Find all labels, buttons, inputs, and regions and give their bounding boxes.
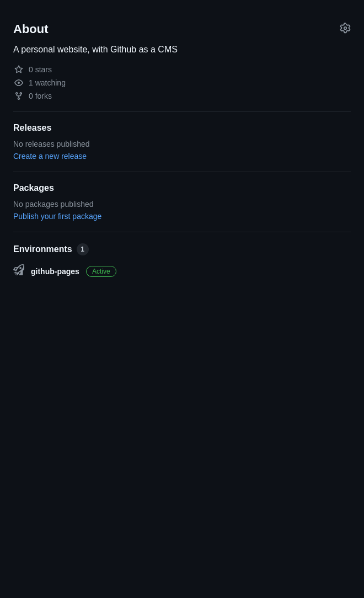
- releases-title: Releases: [13, 123, 351, 133]
- gear-icon[interactable]: [340, 23, 351, 36]
- environment-item-github-pages[interactable]: github-pages Active: [13, 264, 351, 278]
- forks-count: 0 forks: [29, 92, 52, 100]
- eye-icon: [13, 78, 24, 87]
- packages-section: Packages No packages published Publish y…: [13, 172, 351, 232]
- star-icon: [13, 65, 24, 74]
- environments-section: Environments 1 github-pages Active: [13, 232, 351, 289]
- publish-package-link[interactable]: Publish your first package: [13, 212, 101, 221]
- environment-name: github-pages: [31, 267, 79, 276]
- packages-title: Packages: [13, 183, 351, 193]
- no-releases-text: No releases published: [13, 140, 351, 148]
- environments-count-badge: 1: [77, 243, 89, 255]
- about-description: A personal website, with Github as a CMS: [13, 43, 351, 56]
- environments-header: Environments 1: [13, 243, 351, 255]
- environments-title: Environments: [13, 244, 72, 254]
- no-packages-text: No packages published: [13, 200, 351, 209]
- stars-count: 0 stars: [29, 65, 52, 74]
- about-title: About: [13, 22, 49, 36]
- stats-list: 0 stars 1 watching 0 forks: [13, 65, 351, 100]
- about-section: About A personal website, with Github as…: [13, 11, 351, 111]
- stars-stat: 0 stars: [13, 65, 351, 74]
- releases-section: Releases No releases published Create a …: [13, 112, 351, 172]
- rocket-icon: [13, 264, 24, 278]
- about-header: About: [13, 22, 351, 36]
- create-release-link[interactable]: Create a new release: [13, 152, 87, 161]
- fork-icon: [13, 92, 24, 100]
- watching-count: 1 watching: [29, 78, 66, 87]
- watching-stat: 1 watching: [13, 78, 351, 87]
- forks-stat: 0 forks: [13, 92, 351, 100]
- active-badge: Active: [86, 266, 116, 277]
